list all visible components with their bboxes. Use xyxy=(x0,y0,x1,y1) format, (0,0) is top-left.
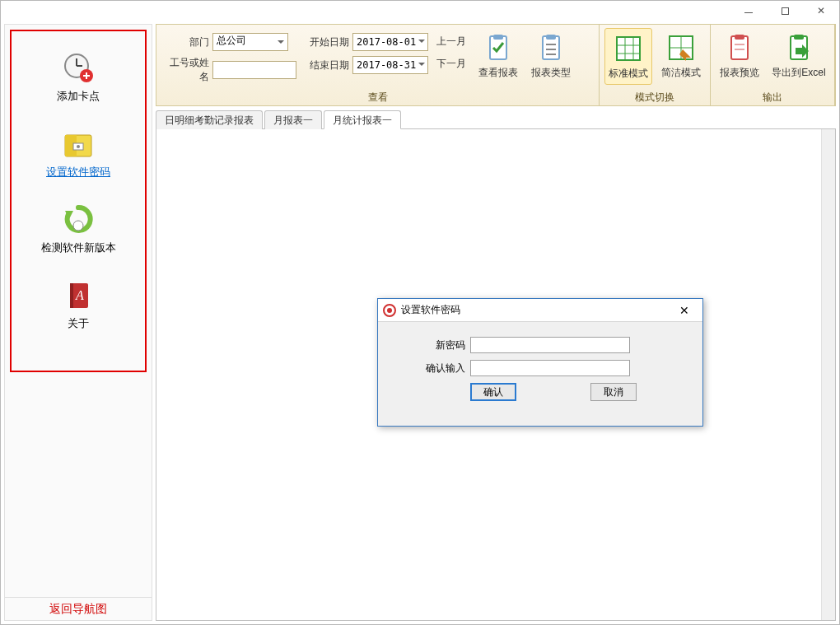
dialog-cancel-button[interactable]: 取消 xyxy=(590,383,637,401)
set-password-dialog: 设置软件密码 ✕ 新密码 确认输入 确认 xyxy=(377,298,703,427)
button-label: 查看报表 xyxy=(478,66,518,80)
window-frame: 添加卡点 设置软件密码 检测软件新版本 xyxy=(0,0,840,625)
sidebar-item-about[interactable]: A 关于 xyxy=(15,278,142,331)
clipboard-list-icon xyxy=(534,31,567,64)
svg-rect-18 xyxy=(546,35,556,40)
ribbon-group-label: 模式切换 xyxy=(604,89,705,105)
ribbon-group-mode: 标准模式 简洁模式 模式切换 xyxy=(600,25,711,105)
titlebar xyxy=(1,1,839,21)
report-pane: 设置软件密码 ✕ 新密码 确认输入 确认 xyxy=(156,129,836,621)
clipboard-red-icon xyxy=(723,31,756,64)
ribbon: 部门 总公司 工号或姓名 开始日期 xyxy=(156,24,836,106)
export-excel-button[interactable]: 导出到Excel xyxy=(768,28,829,83)
main-area: 部门 总公司 工号或姓名 开始日期 xyxy=(156,24,836,621)
dialog-title: 设置软件密码 xyxy=(401,303,671,317)
sidebar-item-label: 关于 xyxy=(68,316,89,331)
view-report-button[interactable]: 查看报表 xyxy=(474,28,522,83)
button-label: 报表预览 xyxy=(720,66,759,80)
svg-rect-17 xyxy=(543,36,559,59)
svg-rect-36 xyxy=(794,35,804,40)
sidebar-item-set-password[interactable]: 设置软件密码 xyxy=(15,127,142,180)
minimize-button[interactable] xyxy=(730,1,767,21)
sidebar-item-label: 检测软件新版本 xyxy=(41,240,116,255)
sidebar-footer-link[interactable]: 返回导航图 xyxy=(5,597,152,620)
report-preview-button[interactable]: 报表预览 xyxy=(716,28,763,83)
grid-arrow-icon xyxy=(665,31,698,64)
button-label: 标准模式 xyxy=(609,67,648,81)
refresh-icon xyxy=(62,203,95,236)
maximize-button[interactable] xyxy=(767,1,803,21)
tabs-row: 日明细考勤记录报表 月报表一 月统计报表一 xyxy=(156,110,836,129)
start-date-label: 开始日期 xyxy=(301,35,349,49)
prev-month-button[interactable]: 上一月 xyxy=(433,33,469,50)
button-label: 报表类型 xyxy=(531,66,571,80)
app-icon xyxy=(383,304,396,317)
dialog-titlebar[interactable]: 设置软件密码 ✕ xyxy=(378,299,702,322)
svg-rect-22 xyxy=(617,37,640,60)
new-password-input[interactable] xyxy=(470,337,630,353)
svg-point-9 xyxy=(77,145,80,148)
ribbon-group-view: 部门 总公司 工号或姓名 开始日期 xyxy=(156,25,600,105)
close-button[interactable] xyxy=(803,1,839,21)
sidebar-item-label: 添加卡点 xyxy=(57,89,100,104)
svg-rect-16 xyxy=(493,35,503,40)
svg-rect-31 xyxy=(731,36,748,59)
sidebar-item-label: 设置软件密码 xyxy=(46,165,110,180)
id-name-label: 工号或姓名 xyxy=(161,56,209,84)
dialog-body: 新密码 确认输入 确认 取消 xyxy=(378,322,702,409)
dept-label: 部门 xyxy=(161,35,209,49)
ribbon-group-output: 报表预览 导出到Excel 输出 xyxy=(711,25,835,105)
sidebar-main: 添加卡点 设置软件密码 检测软件新版本 xyxy=(5,25,152,597)
end-date-label: 结束日期 xyxy=(301,58,349,72)
confirm-password-label: 确认输入 xyxy=(394,361,465,375)
tab-daily-detail[interactable]: 日明细考勤记录报表 xyxy=(156,110,263,129)
grid-green-icon xyxy=(612,32,645,65)
ribbon-group-label: 查看 xyxy=(161,89,594,105)
clock-plus-icon xyxy=(62,51,95,84)
dialog-close-button[interactable]: ✕ xyxy=(671,304,698,317)
book-icon: A xyxy=(62,278,95,311)
lock-box-icon xyxy=(62,127,95,160)
ribbon-group-label: 输出 xyxy=(716,89,829,105)
dialog-ok-button[interactable]: 确认 xyxy=(470,383,516,401)
clipboard-export-icon xyxy=(782,31,815,64)
tab-monthly-stats-1[interactable]: 月统计报表一 xyxy=(324,110,401,129)
start-date-input[interactable] xyxy=(352,33,428,51)
standard-mode-button[interactable]: 标准模式 xyxy=(604,28,652,85)
confirm-password-input[interactable] xyxy=(470,360,630,376)
clipboard-check-icon xyxy=(482,31,515,64)
sidebar-item-add-card-point[interactable]: 添加卡点 xyxy=(15,51,142,104)
sidebar-highlight-box: 添加卡点 设置软件密码 检测软件新版本 xyxy=(10,30,147,372)
svg-point-11 xyxy=(73,221,83,231)
button-label: 导出到Excel xyxy=(772,66,825,80)
next-month-button[interactable]: 下一月 xyxy=(433,55,469,72)
new-password-label: 新密码 xyxy=(394,338,465,352)
simple-mode-button[interactable]: 简洁模式 xyxy=(657,28,705,83)
id-name-input[interactable] xyxy=(212,61,296,79)
svg-rect-32 xyxy=(735,35,744,40)
content-wrap: 添加卡点 设置软件密码 检测软件新版本 xyxy=(1,21,839,624)
tab-monthly-1[interactable]: 月报表一 xyxy=(264,110,322,129)
end-date-input[interactable] xyxy=(352,56,428,74)
svg-text:A: A xyxy=(75,288,84,302)
svg-rect-13 xyxy=(70,283,73,308)
sidebar: 添加卡点 设置软件密码 检测软件新版本 xyxy=(4,24,152,621)
button-label: 简洁模式 xyxy=(661,66,701,80)
sidebar-item-check-update[interactable]: 检测软件新版本 xyxy=(15,203,142,255)
dept-combo[interactable]: 总公司 xyxy=(212,33,288,51)
report-type-button[interactable]: 报表类型 xyxy=(527,28,575,83)
